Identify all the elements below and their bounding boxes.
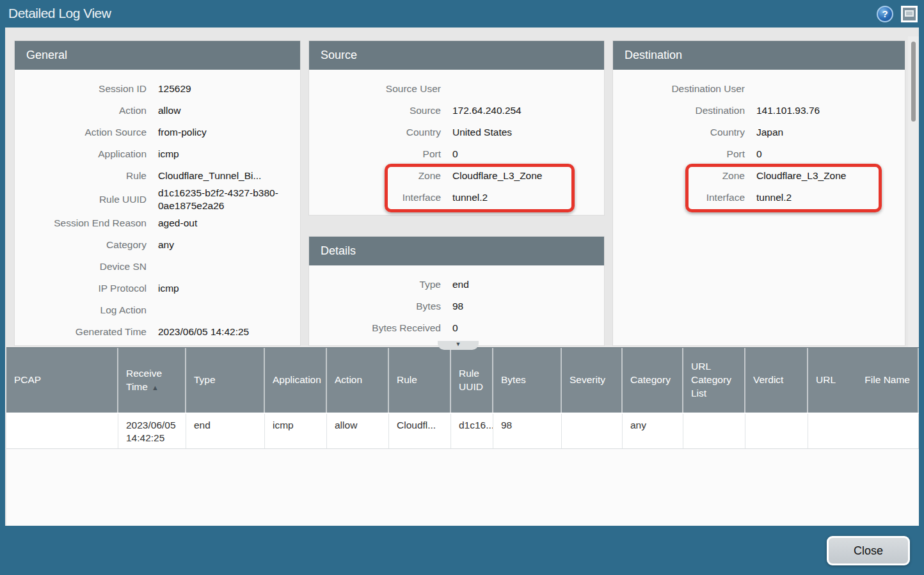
field-label: Action xyxy=(21,105,147,116)
column-header[interactable]: Type xyxy=(186,348,265,413)
column-header[interactable]: PCAP xyxy=(6,348,118,413)
general-rows: Session ID 125629 Action allow Action So… xyxy=(21,78,294,343)
column-header[interactable]: Rule UUID xyxy=(451,348,493,413)
field-row: Source User xyxy=(315,78,598,100)
field-row: Port 0 xyxy=(619,143,898,165)
field-label: Destination xyxy=(619,105,745,116)
column-header[interactable]: Rule xyxy=(389,348,451,413)
field-value: 98 xyxy=(452,300,463,313)
column-header-label: URL Category List xyxy=(691,361,731,398)
field-row: Bytes Received 0 xyxy=(315,317,598,339)
field-value: Japan xyxy=(756,126,783,139)
field-row: Destination 141.101.93.76 xyxy=(619,100,898,122)
column-header[interactable]: Receive Time▲ xyxy=(118,348,186,413)
field-value: icmp xyxy=(158,148,179,161)
field-label: Session End Reason xyxy=(21,217,147,229)
field-row: Device SN xyxy=(21,256,294,278)
column-header[interactable]: Bytes xyxy=(493,348,562,413)
table-cell xyxy=(6,414,118,448)
column-header[interactable]: URL xyxy=(808,348,857,413)
field-value: 141.101.93.76 xyxy=(756,104,820,117)
dialog-title: Detailed Log View xyxy=(8,6,111,21)
log-table: ▼ PCAP Receive Time▲ Type xyxy=(5,347,919,526)
column-header[interactable]: Category xyxy=(623,348,683,413)
close-button[interactable]: Close xyxy=(827,536,910,565)
field-value: any xyxy=(158,239,174,251)
destination-highlighted-rows: Zone Cloudflare_L3_Zone Interface tunnel… xyxy=(619,165,898,209)
field-label: Type xyxy=(315,279,441,290)
field-row: Port 0 xyxy=(315,143,598,165)
table-cell xyxy=(683,414,745,448)
field-label: Bytes Received xyxy=(315,322,441,334)
field-row: Interface tunnel.2 xyxy=(619,187,898,209)
field-label: Port xyxy=(315,148,441,160)
field-label: Generated Time xyxy=(21,326,147,338)
field-row: Type end xyxy=(315,274,598,295)
dialog-footer: Close xyxy=(0,526,924,575)
field-label: Rule xyxy=(21,170,147,182)
column-header-label: URL xyxy=(816,374,836,385)
field-label: Source User xyxy=(315,83,441,95)
field-value: Cloudflare_Tunnel_Bi... xyxy=(158,169,261,182)
field-row: Category any xyxy=(21,234,294,256)
field-row: Session ID 125629 xyxy=(21,78,294,100)
field-label: Interface xyxy=(315,192,441,203)
field-label: Category xyxy=(21,239,147,251)
help-icon[interactable]: ? xyxy=(877,6,893,22)
field-value: allow xyxy=(158,104,180,117)
column-header[interactable]: Severity xyxy=(562,348,623,413)
destination-panel-body: Destination User Destination 141.101.93.… xyxy=(613,70,905,209)
field-row: Destination User xyxy=(619,78,898,100)
column-header[interactable]: URL Category List xyxy=(683,348,745,413)
table-cell xyxy=(745,414,808,448)
table-cell xyxy=(562,414,623,448)
table-row[interactable]: 2023/06/05 14:42:25 end icmp allow Cloud… xyxy=(6,413,919,449)
field-row: Country Japan xyxy=(619,122,898,143)
field-label: Log Action xyxy=(21,304,147,316)
source-rows: Source User Source 172.64.240.254 Countr… xyxy=(315,78,598,165)
field-row: Bytes 98 xyxy=(315,295,598,317)
general-panel-body: Session ID 125629 Action allow Action So… xyxy=(15,70,300,343)
general-panel-title: General xyxy=(15,41,300,70)
field-label: Country xyxy=(619,127,745,138)
table-cell: end xyxy=(186,414,265,448)
collapse-table-handle[interactable]: ▼ xyxy=(438,341,479,350)
field-label: Source xyxy=(315,105,441,116)
field-label: Interface xyxy=(619,192,745,203)
column-header[interactable]: Verdict xyxy=(745,348,808,413)
column-header-label: Bytes xyxy=(501,374,526,385)
column-header-label: Rule UUID xyxy=(459,368,483,392)
source-highlighted-rows: Zone Cloudflare_L3_Zone Interface tunnel… xyxy=(315,165,598,209)
scrollbar-thumb[interactable] xyxy=(911,42,916,122)
column-header-label: Category xyxy=(630,374,671,385)
column-header[interactable]: Action xyxy=(327,348,389,413)
column-header[interactable]: Application xyxy=(265,348,327,413)
field-value: d1c16235-b2f2-4327-b380-0ae1875e2a26 xyxy=(158,187,280,212)
field-label: Session ID xyxy=(21,83,147,95)
sort-asc-icon: ▲ xyxy=(152,384,159,391)
field-label: Bytes xyxy=(315,301,441,312)
field-value: tunnel.2 xyxy=(756,191,792,204)
field-row: Zone Cloudflare_L3_Zone xyxy=(315,165,598,187)
window-icon[interactable] xyxy=(901,6,918,22)
field-label: IP Protocol xyxy=(21,283,147,294)
field-row: Source 172.64.240.254 xyxy=(315,100,598,122)
field-value: 2023/06/05 14:42:25 xyxy=(158,326,249,338)
source-panel-title: Source xyxy=(309,41,604,70)
destination-panel: Destination Destination User Destination… xyxy=(612,40,905,346)
scrollbar[interactable] xyxy=(908,36,919,347)
table-cell: 2023/06/05 14:42:25 xyxy=(118,414,186,448)
destination-panel-title: Destination xyxy=(613,41,905,70)
column-header[interactable]: File Name xyxy=(857,348,919,413)
details-rows: Type end Bytes 98 Bytes Received 0 xyxy=(315,274,598,339)
field-value: United States xyxy=(452,126,512,139)
field-row: Country United States xyxy=(315,122,598,143)
source-panel: Source Source User Source 172.64.240.254 xyxy=(308,40,605,216)
column-header-label: PCAP xyxy=(14,374,41,385)
table-cell: d1c16... xyxy=(451,414,493,448)
field-value: 172.64.240.254 xyxy=(452,104,522,117)
table-cell xyxy=(907,414,919,448)
source-panel-body: Source User Source 172.64.240.254 Countr… xyxy=(309,70,604,209)
field-label: Application xyxy=(21,148,147,160)
details-panel-title: Details xyxy=(309,237,604,265)
